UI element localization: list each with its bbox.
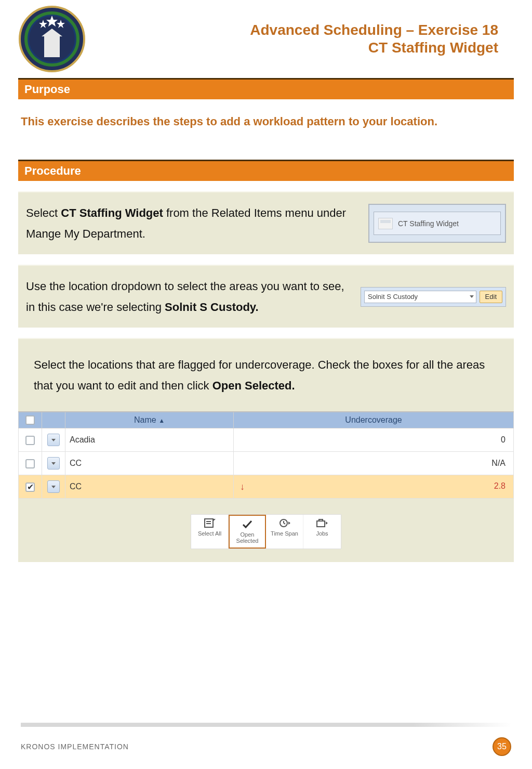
state-seal-logo bbox=[18, 5, 86, 73]
jobs-button[interactable]: Jobs bbox=[303, 515, 341, 548]
table-row: CCN/A bbox=[19, 452, 514, 475]
step3-bold: Open Selected. bbox=[212, 379, 295, 392]
step1-pre: Select bbox=[26, 206, 61, 219]
check-icon bbox=[242, 519, 252, 529]
time-span-button[interactable]: Time Span bbox=[266, 515, 303, 548]
step2-bold: Solnit S Custody. bbox=[165, 301, 258, 314]
row-checkbox[interactable] bbox=[25, 459, 35, 468]
ct-widget-label: CT Staffing Widget bbox=[398, 219, 459, 228]
chevron-down-icon bbox=[51, 462, 56, 465]
sort-asc-icon: ▲ bbox=[158, 417, 165, 424]
svg-marker-12 bbox=[214, 519, 216, 521]
briefcase-icon bbox=[316, 518, 328, 528]
step-1: Select CT Staffing Widget from the Relat… bbox=[18, 191, 514, 254]
page-header: Advanced Scheduling – Exercise 18 CT Sta… bbox=[0, 0, 532, 73]
jobs-label: Jobs bbox=[316, 530, 328, 537]
row-undercoverage: ↓2.8 bbox=[234, 475, 514, 499]
col-undercoverage[interactable]: Undercoverage bbox=[234, 412, 514, 428]
row-undercoverage: N/A bbox=[234, 452, 514, 475]
location-dropdown[interactable]: Solnit S Custody bbox=[364, 291, 476, 303]
step-1-text: Select CT Staffing Widget from the Relat… bbox=[26, 203, 368, 244]
ct-widget-item[interactable]: CT Staffing Widget bbox=[374, 212, 501, 235]
clock-icon bbox=[279, 518, 290, 528]
open-selected-label: Open Selected bbox=[232, 531, 263, 544]
footer-rule bbox=[21, 723, 511, 727]
svg-rect-17 bbox=[317, 521, 325, 527]
step-1-image: CT Staffing Widget bbox=[368, 203, 506, 244]
doc-title-line1: Advanced Scheduling – Exercise 18 bbox=[86, 21, 498, 39]
row-name: Acadia bbox=[65, 428, 234, 452]
col-name-label: Name bbox=[134, 415, 156, 424]
step-2-image: Solnit S Custody Edit bbox=[361, 276, 506, 317]
section-procedure: Procedure bbox=[18, 160, 514, 181]
location-bar: Solnit S Custody Edit bbox=[361, 287, 506, 307]
down-arrow-icon: ↓ bbox=[240, 481, 245, 492]
svg-marker-19 bbox=[326, 522, 328, 525]
ct-widget-panel: CT Staffing Widget bbox=[368, 204, 506, 243]
footer-text: KRONOS IMPLEMENTATION bbox=[21, 742, 129, 751]
svg-marker-16 bbox=[288, 522, 290, 525]
row-name: CC bbox=[65, 452, 234, 475]
edit-button-label: Edit bbox=[485, 293, 497, 301]
location-selected: Solnit S Custody bbox=[368, 293, 418, 301]
row-checkbox[interactable] bbox=[25, 483, 35, 492]
col-dropdown bbox=[42, 412, 65, 428]
intro-text: This exercise describes the steps to add… bbox=[0, 99, 532, 160]
section-purpose: Purpose bbox=[18, 78, 514, 99]
widget-tile-icon bbox=[378, 218, 393, 229]
step-2: Use the location dropdown to select the … bbox=[18, 265, 514, 328]
table-row: Acadia0 bbox=[19, 428, 514, 452]
step-2-text: Use the location dropdown to select the … bbox=[26, 276, 361, 317]
row-dropdown[interactable] bbox=[47, 480, 60, 493]
locations-table: Name ▲ Undercoverage Acadia0CCN/ACC↓2.8 bbox=[18, 411, 514, 499]
time-span-label: Time Span bbox=[271, 530, 298, 537]
page-number-badge: 35 bbox=[493, 737, 511, 756]
open-selected-button[interactable]: Open Selected bbox=[229, 515, 266, 548]
select-all-label: Select All bbox=[198, 530, 221, 537]
svg-rect-8 bbox=[49, 31, 55, 36]
row-dropdown[interactable] bbox=[47, 457, 60, 470]
step1-bold: CT Staffing Widget bbox=[61, 206, 163, 219]
edit-button[interactable]: Edit bbox=[480, 291, 502, 303]
svg-rect-18 bbox=[319, 519, 323, 521]
col-name[interactable]: Name ▲ bbox=[65, 412, 234, 428]
table-toolbar: Select All Open Selected bbox=[18, 514, 514, 549]
row-name: CC bbox=[65, 475, 234, 499]
chevron-down-icon bbox=[470, 295, 474, 298]
row-checkbox[interactable] bbox=[25, 436, 35, 445]
toolbar-inner: Select All Open Selected bbox=[191, 514, 341, 549]
step-3-text: Select the locations that are flagged fo… bbox=[18, 355, 514, 409]
col-checkbox bbox=[19, 412, 42, 428]
step-3: Select the locations that are flagged fo… bbox=[18, 338, 514, 562]
title-block: Advanced Scheduling – Exercise 18 CT Sta… bbox=[86, 21, 514, 56]
chevron-down-icon bbox=[51, 439, 56, 441]
table-header-row: Name ▲ Undercoverage bbox=[19, 412, 514, 428]
doc-title-line2: CT Staffing Widget bbox=[86, 39, 498, 57]
page-footer: KRONOS IMPLEMENTATION 35 bbox=[0, 723, 532, 769]
table-row: CC↓2.8 bbox=[19, 475, 514, 499]
row-undercoverage: 0 bbox=[234, 428, 514, 452]
svg-rect-6 bbox=[44, 36, 60, 57]
select-all-button[interactable]: Select All bbox=[191, 515, 229, 548]
svg-line-15 bbox=[284, 523, 285, 524]
select-all-checkbox[interactable] bbox=[25, 415, 35, 425]
select-all-icon bbox=[204, 518, 216, 528]
col-under-label: Undercoverage bbox=[345, 415, 402, 424]
row-dropdown[interactable] bbox=[47, 434, 60, 446]
chevron-down-icon bbox=[51, 486, 56, 488]
